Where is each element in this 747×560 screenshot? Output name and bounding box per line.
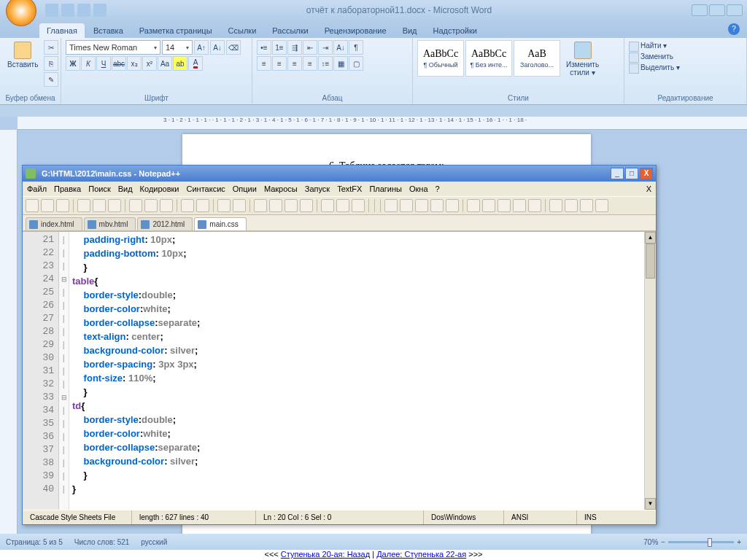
scroll-up-icon[interactable]: ▲ [645, 232, 656, 244]
toolbar-button[interactable] [269, 199, 282, 212]
status-lang[interactable]: русский [141, 538, 167, 546]
tab-надстройки[interactable]: Надстройки [426, 23, 484, 38]
clear-format-icon[interactable]: ⌫ [226, 40, 241, 55]
menu-опции[interactable]: Опции [233, 184, 257, 193]
minimize-button[interactable] [692, 4, 708, 16]
toolbar-button[interactable] [321, 199, 334, 212]
toolbar-button[interactable] [580, 199, 593, 212]
shading-icon[interactable]: ▦ [333, 56, 348, 71]
zoom-out-icon[interactable]: − [661, 538, 665, 546]
change-styles-button[interactable]: Изменить стили ▾ [563, 40, 602, 78]
toolbar-button[interactable] [181, 199, 194, 212]
select-button[interactable]: Выделить ▾ [629, 62, 680, 73]
cut-icon[interactable]: ✂ [44, 40, 58, 55]
npp-close-button[interactable]: X [640, 168, 653, 179]
toolbar-button[interactable] [144, 199, 158, 212]
close-button[interactable] [727, 4, 743, 16]
underline-icon[interactable]: Ч [96, 56, 111, 71]
toolbar-button[interactable] [108, 199, 121, 212]
tab-вставка[interactable]: Вставка [86, 23, 131, 38]
menu-правка[interactable]: Правка [54, 184, 81, 193]
file-tab[interactable]: 2012.html [137, 217, 193, 230]
bold-icon[interactable]: Ж [66, 56, 80, 71]
toolbar-button[interactable] [285, 199, 298, 212]
file-tab[interactable]: main.css [194, 217, 246, 230]
toolbar-button[interactable] [446, 199, 459, 212]
tab-рассылки[interactable]: Рассылки [265, 23, 315, 38]
help-icon[interactable]: ? [728, 23, 740, 35]
strike-icon[interactable]: abc [112, 56, 126, 71]
menu-плагины[interactable]: Плагины [369, 184, 402, 193]
toolbar-button[interactable] [26, 199, 39, 212]
toolbar-button[interactable] [56, 199, 69, 212]
align-right-icon[interactable]: ≡ [287, 56, 302, 71]
toolbar-button[interactable] [498, 199, 511, 212]
toolbar-button[interactable] [233, 199, 246, 212]
superscript-icon[interactable]: x² [142, 56, 157, 71]
status-words[interactable]: Число слов: 521 [74, 538, 130, 546]
font-size-combo[interactable]: 14 [162, 40, 193, 55]
menu-?[interactable]: ? [436, 184, 440, 193]
toolbar-button[interactable] [595, 199, 608, 212]
toolbar-button[interactable] [300, 199, 313, 212]
toolbar-button[interactable] [41, 199, 54, 212]
toolbar-button[interactable] [565, 199, 578, 212]
sort-icon[interactable]: A↓ [333, 40, 348, 55]
grow-font-icon[interactable]: A↑ [194, 40, 209, 55]
change-case-icon[interactable]: Aa [158, 56, 172, 71]
status-page[interactable]: Страница: 5 из 5 [6, 538, 63, 546]
toolbar-button[interactable] [430, 199, 444, 212]
code-area[interactable]: padding-right: 10px; padding-bottom: 10p… [69, 232, 644, 510]
toolbar-button[interactable] [129, 199, 142, 212]
file-tab[interactable]: index.html [26, 217, 82, 230]
toolbar-button[interactable] [384, 199, 398, 212]
menu-close-icon[interactable]: X [646, 184, 651, 193]
tab-разметка страницы[interactable]: Разметка страницы [132, 23, 220, 38]
borders-icon[interactable]: ▢ [349, 56, 363, 71]
scroll-thumb[interactable] [646, 244, 655, 279]
zoom-in-icon[interactable]: + [737, 538, 741, 546]
toolbar-button[interactable] [513, 199, 526, 212]
maximize-button[interactable] [709, 4, 725, 16]
style-item[interactable]: AaBbCc¶ Обычный [417, 40, 464, 77]
tab-ссылки[interactable]: Ссылки [221, 23, 264, 38]
paste-button[interactable]: Вставить [4, 40, 41, 70]
align-center-icon[interactable]: ≡ [272, 56, 287, 71]
npp-minimize-button[interactable]: _ [611, 168, 624, 179]
menu-запуск[interactable]: Запуск [305, 184, 330, 193]
vertical-ruler[interactable] [0, 130, 18, 542]
justify-icon[interactable]: ≡ [303, 56, 317, 71]
font-color-icon[interactable]: A [188, 56, 203, 71]
toolbar-button[interactable] [415, 199, 428, 212]
menu-поиск[interactable]: Поиск [88, 184, 110, 193]
tab-рецензирование[interactable]: Рецензирование [317, 23, 394, 38]
toolbar-button[interactable] [336, 199, 349, 212]
redo-icon[interactable] [77, 4, 90, 17]
bullets-icon[interactable]: •≡ [257, 40, 271, 55]
toolbar-button[interactable] [400, 199, 413, 212]
toolbar-button[interactable] [467, 199, 480, 212]
style-item[interactable]: AaBbCc¶ Без инте... [465, 40, 512, 77]
indent-right-icon[interactable]: ⇥ [318, 40, 333, 55]
show-marks-icon[interactable]: ¶ [349, 40, 363, 55]
file-tab[interactable]: mbv.html [84, 217, 136, 230]
toolbar-button[interactable] [482, 199, 495, 212]
toolbar-button[interactable] [549, 199, 562, 212]
toolbar-button[interactable] [77, 199, 90, 212]
zoom-slider[interactable] [668, 541, 734, 543]
npp-maximize-button[interactable]: □ [625, 168, 638, 179]
nav-back-link[interactable]: Ступенька 20-ая: Назад [281, 550, 370, 559]
tab-вид[interactable]: Вид [395, 23, 425, 38]
subscript-icon[interactable]: x₂ [127, 56, 142, 71]
scroll-down-icon[interactable]: ▼ [645, 498, 656, 510]
numbering-icon[interactable]: 1≡ [272, 40, 287, 55]
menu-файл[interactable]: Файл [27, 184, 47, 193]
toolbar-button[interactable] [528, 199, 541, 212]
align-left-icon[interactable]: ≡ [257, 56, 271, 71]
nav-forward-link[interactable]: Далее: Ступенька 22-ая [376, 550, 466, 559]
qat-customize-icon[interactable] [93, 4, 107, 17]
menu-окна[interactable]: Окна [409, 184, 428, 193]
style-item[interactable]: AaBЗаголово... [514, 40, 560, 77]
line-spacing-icon[interactable]: ↕≡ [318, 56, 333, 71]
multilevel-icon[interactable]: ⇶ [287, 40, 302, 55]
